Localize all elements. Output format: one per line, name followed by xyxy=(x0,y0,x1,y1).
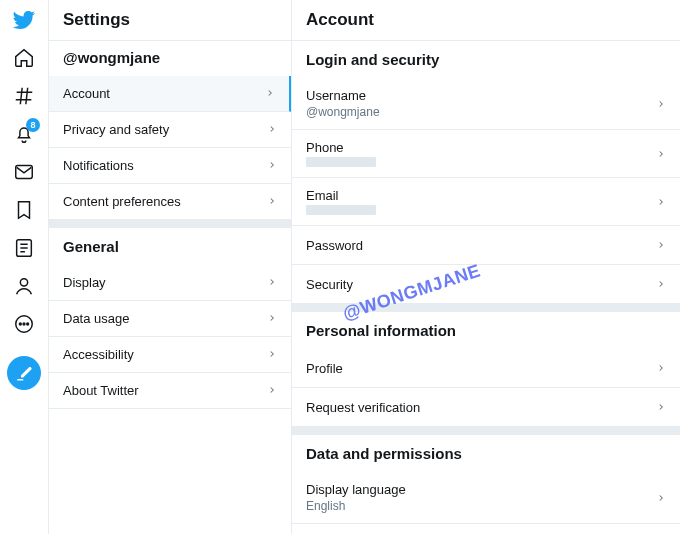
bookmarks-icon[interactable] xyxy=(12,198,36,222)
settings-item-label: About Twitter xyxy=(63,383,139,398)
nav-rail: 8 xyxy=(0,0,48,534)
account-group-title-login-and-security: Login and security xyxy=(292,41,680,78)
compose-button[interactable] xyxy=(7,356,41,390)
account-row-email[interactable]: Email xyxy=(292,178,680,226)
svg-point-5 xyxy=(23,323,25,325)
chevron-right-icon xyxy=(267,275,277,290)
account-group-title-personal-information: Personal information xyxy=(292,312,680,349)
redacted-value xyxy=(306,157,376,167)
settings-item-about-twitter[interactable]: About Twitter xyxy=(49,373,291,409)
svg-point-4 xyxy=(19,323,21,325)
more-icon[interactable] xyxy=(12,312,36,336)
settings-item-data-usage[interactable]: Data usage xyxy=(49,301,291,337)
settings-item-label: Accessibility xyxy=(63,347,134,362)
settings-item-label: Display xyxy=(63,275,106,290)
chevron-right-icon xyxy=(656,95,666,113)
account-row-username[interactable]: Username@wongmjane xyxy=(292,78,680,130)
chevron-right-icon xyxy=(656,359,666,377)
chevron-right-icon xyxy=(267,194,277,209)
account-row-country[interactable]: CountryUnited States xyxy=(292,524,680,534)
section-divider xyxy=(292,304,680,312)
account-row-label: Phone xyxy=(306,140,376,155)
settings-item-account[interactable]: Account xyxy=(49,76,291,112)
account-row-label: Username xyxy=(306,88,380,103)
svg-point-6 xyxy=(27,323,29,325)
messages-icon[interactable] xyxy=(12,160,36,184)
account-title: Account xyxy=(292,0,680,41)
redacted-value xyxy=(306,205,376,215)
settings-user-list: AccountPrivacy and safetyNotificationsCo… xyxy=(49,76,291,220)
settings-item-display[interactable]: Display xyxy=(49,265,291,301)
account-row-profile[interactable]: Profile xyxy=(292,349,680,388)
chevron-right-icon xyxy=(267,311,277,326)
settings-item-notifications[interactable]: Notifications xyxy=(49,148,291,184)
settings-column: Settings @wongmjane AccountPrivacy and s… xyxy=(48,0,292,534)
chevron-right-icon xyxy=(656,275,666,293)
chevron-right-icon xyxy=(656,236,666,254)
account-column: Account Login and securityUsername@wongm… xyxy=(292,0,680,534)
notifications-badge: 8 xyxy=(26,118,40,132)
settings-item-privacy-and-safety[interactable]: Privacy and safety xyxy=(49,112,291,148)
chevron-right-icon xyxy=(656,489,666,507)
account-row-security[interactable]: Security xyxy=(292,265,680,304)
profile-icon[interactable] xyxy=(12,274,36,298)
settings-item-label: Privacy and safety xyxy=(63,122,169,137)
settings-item-label: Notifications xyxy=(63,158,134,173)
section-divider xyxy=(292,427,680,435)
settings-general-title: General xyxy=(49,228,291,265)
lists-icon[interactable] xyxy=(12,236,36,260)
account-row-sublabel: English xyxy=(306,499,406,513)
settings-item-accessibility[interactable]: Accessibility xyxy=(49,337,291,373)
account-row-label: Display language xyxy=(306,482,406,497)
settings-handle: @wongmjane xyxy=(49,41,291,76)
settings-general-list: DisplayData usageAccessibilityAbout Twit… xyxy=(49,265,291,409)
twitter-logo-icon[interactable] xyxy=(12,8,36,32)
account-row-label: Security xyxy=(306,277,353,292)
chevron-right-icon xyxy=(267,347,277,362)
chevron-right-icon xyxy=(656,398,666,416)
account-body: Login and securityUsername@wongmjanePhon… xyxy=(292,41,680,534)
account-row-display-language[interactable]: Display languageEnglish xyxy=(292,472,680,524)
chevron-right-icon xyxy=(267,383,277,398)
settings-item-label: Content preferences xyxy=(63,194,181,209)
settings-item-label: Account xyxy=(63,86,110,101)
chevron-right-icon xyxy=(656,145,666,163)
account-row-phone[interactable]: Phone xyxy=(292,130,680,178)
notifications-icon[interactable]: 8 xyxy=(12,122,36,146)
account-group-title-data-and-permissions: Data and permissions xyxy=(292,435,680,472)
section-divider xyxy=(49,220,291,228)
explore-icon[interactable] xyxy=(12,84,36,108)
account-row-label: Password xyxy=(306,238,363,253)
chevron-right-icon xyxy=(267,122,277,137)
chevron-right-icon xyxy=(265,86,275,101)
account-row-label: Email xyxy=(306,188,376,203)
account-row-request-verification[interactable]: Request verification xyxy=(292,388,680,427)
settings-title: Settings xyxy=(49,0,291,41)
settings-item-label: Data usage xyxy=(63,311,130,326)
account-row-label: Profile xyxy=(306,361,343,376)
chevron-right-icon xyxy=(267,158,277,173)
chevron-right-icon xyxy=(656,193,666,211)
home-icon[interactable] xyxy=(12,46,36,70)
svg-point-2 xyxy=(20,279,27,286)
account-row-sublabel: @wongmjane xyxy=(306,105,380,119)
account-row-password[interactable]: Password xyxy=(292,226,680,265)
account-row-label: Request verification xyxy=(306,400,420,415)
settings-item-content-preferences[interactable]: Content preferences xyxy=(49,184,291,220)
